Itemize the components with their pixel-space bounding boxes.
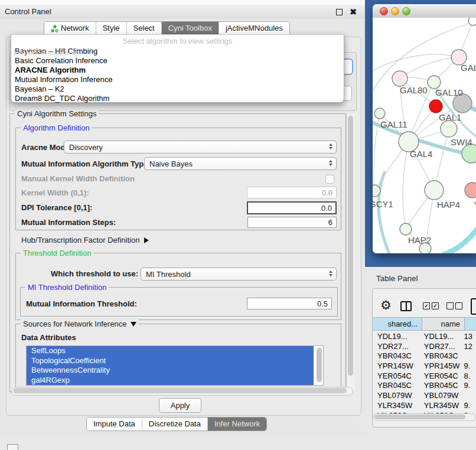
- list-scrollbar[interactable]: [317, 348, 322, 382]
- network-edge[interactable]: [400, 57, 459, 79]
- table-row[interactable]: YLR345WYLR345W9.: [373, 401, 476, 411]
- network-edge[interactable]: [373, 54, 459, 74]
- attribute-item-betweennesscentrality[interactable]: BetweennessCentrality: [27, 366, 314, 376]
- mi-type-select[interactable]: Naive Bayes: [144, 157, 337, 170]
- table-row[interactable]: YER054CYER054C8.: [373, 371, 476, 381]
- dpi-tolerance-label: DPI Tolerance [0,1]:: [21, 202, 92, 214]
- network-node-gal1[interactable]: [441, 120, 457, 137]
- table-cell: YLR345W: [373, 401, 419, 411]
- mi-type-label: Mutual Information Algorithm Type:: [21, 158, 151, 170]
- expand-right-icon: [144, 237, 149, 243]
- table-row[interactable]: YBR043CYBR043C: [373, 351, 476, 361]
- network-edge[interactable]: [379, 172, 390, 253]
- tab-jactivemnodules[interactable]: jActiveMNodules: [219, 22, 289, 35]
- attribute-item-gal4rgexp[interactable]: gal4RGexp: [27, 376, 314, 386]
- table-cell: YBR043C: [419, 351, 459, 361]
- stepper-arrows-icon: [329, 144, 332, 149]
- mi-type-value: Naive Bayes: [149, 159, 193, 168]
- kernel-width-value: 0.0: [322, 188, 332, 197]
- network-node-gcy1[interactable]: [373, 185, 380, 197]
- settings-vertical-scrollbar[interactable]: [346, 114, 355, 390]
- column-header-shared[interactable]: shared...: [373, 317, 422, 331]
- mi-steps-field[interactable]: 6: [247, 217, 337, 228]
- table-cell: [459, 351, 476, 361]
- node-label-hap2: HAP2: [408, 235, 431, 245]
- which-threshold-select[interactable]: MI Threshold: [141, 268, 337, 281]
- network-node-hap2[interactable]: [400, 223, 412, 235]
- kernel-width-field[interactable]: 0.0: [247, 187, 337, 198]
- tab-style[interactable]: Style: [96, 22, 127, 35]
- tab-cyni-toolbox-label: Cyni Toolbox: [168, 22, 212, 35]
- tab-select[interactable]: Select: [127, 22, 162, 35]
- algorithm-popup: Select algorithm to view settings Bayesi…: [11, 34, 344, 103]
- network-node-gal80[interactable]: [392, 71, 407, 86]
- network-window-titlebar[interactable]: [373, 4, 476, 18]
- manual-kernel-checkbox[interactable]: [325, 175, 334, 184]
- node-label-gal11: GAL11: [380, 119, 407, 129]
- attribute-item-selfloops[interactable]: SelfLoops: [27, 346, 314, 356]
- mi-steps-value: 6: [328, 218, 332, 227]
- tab-style-label: Style: [103, 22, 120, 35]
- network-node-gal11[interactable]: [374, 108, 385, 119]
- network-edge[interactable]: [444, 217, 476, 253]
- cyni-settings-group-title: Cyni Algorithm Settings: [15, 109, 99, 118]
- network-node-gal10[interactable]: [428, 76, 441, 89]
- close-icon[interactable]: ✖: [350, 5, 357, 19]
- deselect-all-checkboxes-icon[interactable]: [446, 302, 462, 309]
- aracne-mode-select[interactable]: Discovery: [64, 141, 337, 154]
- network-edge[interactable]: [403, 142, 409, 229]
- column-header-name[interactable]: name: [422, 317, 465, 331]
- minimized-panel-icon[interactable]: [7, 444, 18, 450]
- close-traffic-light-icon[interactable]: [380, 7, 388, 15]
- node-label-gal4: GAL4: [410, 149, 432, 159]
- bottom-tab-infer-network[interactable]: Infer Network: [208, 418, 266, 431]
- tab-network[interactable]: Network: [44, 22, 96, 35]
- table-horizontal-scrollbar[interactable]: [373, 413, 476, 421]
- network-node[interactable]: [429, 100, 442, 113]
- column-header-extra[interactable]: [465, 317, 476, 331]
- float-panel-icon[interactable]: [336, 9, 343, 15]
- node-label-gal1: GAL1: [439, 112, 461, 122]
- table-row[interactable]: YDR27...YDR27...12: [373, 342, 476, 352]
- select-all-checkboxes-icon[interactable]: ✓✓: [423, 302, 439, 309]
- table-cell: 13: [459, 332, 476, 342]
- table-row[interactable]: YBL079WYBL079W: [373, 391, 476, 401]
- table-cell: YBR043C: [373, 351, 419, 361]
- ghost-inference-algorithm-label: Inference Algorithm: [13, 47, 79, 59]
- network-canvas[interactable]: GALGAL80GAL10GAL1GAL11GAL4SWI4GCY1HAP4YH…: [373, 18, 476, 253]
- hub-definition-expander[interactable]: Hub/Transcription Factor Definition: [21, 234, 149, 246]
- network-node[interactable]: [468, 18, 476, 25]
- table-cell: YDL19...: [419, 332, 459, 342]
- table-row[interactable]: YPR145WYPR145W9.: [373, 361, 476, 371]
- mi-threshold-field[interactable]: 0.5: [247, 298, 332, 309]
- algorithm-option-bayesian-k2[interactable]: Bayesian – K2: [11, 84, 344, 94]
- minimize-traffic-light-icon[interactable]: [391, 7, 399, 15]
- zoom-traffic-light-icon[interactable]: [402, 7, 410, 15]
- table-row[interactable]: YDL19...YDL19...13: [373, 332, 476, 342]
- tab-cyni-toolbox[interactable]: Cyni Toolbox: [162, 22, 219, 35]
- columns-icon[interactable]: [400, 301, 412, 311]
- gear-icon[interactable]: ⚙: [380, 298, 392, 312]
- sources-group-title[interactable]: Sources for Network Inference: [21, 319, 139, 328]
- partial-toolbar-icon[interactable]: [471, 298, 476, 315]
- algorithm-option-dream8-dc-tdc-algorithm[interactable]: Dream8 DC_TDC Algorithm: [11, 94, 344, 103]
- algorithm-option-aracne-algorithm[interactable]: ARACNE Algorithm: [11, 66, 344, 75]
- apply-button[interactable]: Apply: [159, 398, 201, 413]
- dpi-tolerance-field[interactable]: 0.0: [247, 201, 337, 214]
- bottom-tab-discretize-data[interactable]: Discretize Data: [142, 418, 208, 431]
- stepper-arrows-icon: [329, 160, 332, 166]
- data-attributes-list[interactable]: SelfLoopsTopologicalCoefficientBetweenne…: [26, 345, 324, 386]
- attribute-item-topologicalcoefficient[interactable]: TopologicalCoefficient: [27, 356, 314, 366]
- network-node-y[interactable]: [465, 182, 476, 198]
- bottom-tab-impute-data[interactable]: Impute Data: [87, 418, 142, 431]
- network-node-hap4[interactable]: [425, 181, 444, 200]
- control-panel-tabs: NetworkStyleSelectCyni ToolboxjActiveMNo…: [44, 21, 290, 35]
- tab-jactivemnodules-label: jActiveMNodules: [226, 22, 283, 35]
- table-row[interactable]: YBR045CYBR045C9.: [373, 381, 476, 391]
- settings-horizontal-scrollbar[interactable]: [12, 387, 353, 396]
- control-panel-title: Control Panel: [5, 5, 51, 19]
- table-cell: 9.: [459, 381, 476, 391]
- manual-kernel-label: Manual Kernel Width Definition: [21, 173, 135, 185]
- tab-select-label: Select: [133, 22, 155, 35]
- algorithm-option-mutual-information-inference[interactable]: Mutual Information Inference: [11, 75, 344, 84]
